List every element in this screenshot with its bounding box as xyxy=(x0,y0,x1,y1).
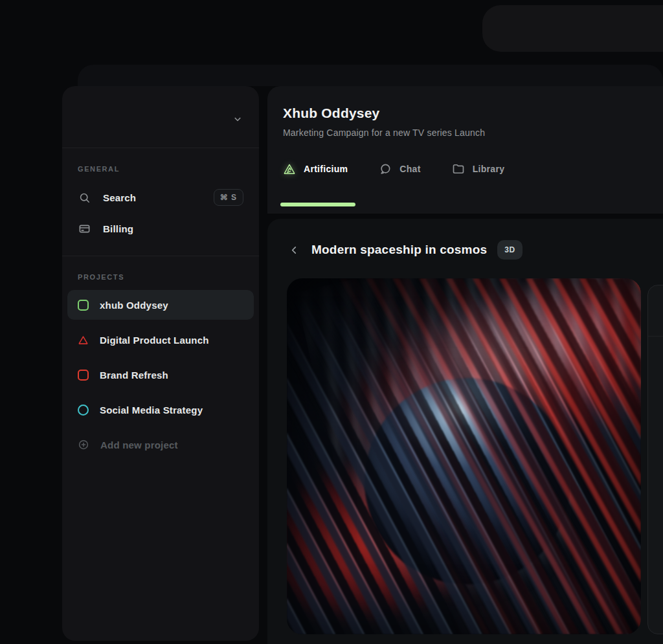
triangle-icon xyxy=(78,335,89,346)
sidebar-item-billing[interactable]: Billing xyxy=(62,213,259,244)
tab-library[interactable]: Library xyxy=(452,162,505,175)
tab-artificium[interactable]: Artificium xyxy=(283,162,348,175)
3d-badge: 3D xyxy=(497,240,522,260)
page-subtitle: Marketing Campaign for a new TV series L… xyxy=(283,128,663,138)
page-title: Xhub Oddysey xyxy=(283,105,663,121)
section-label-projects: PROJECTS xyxy=(62,273,259,281)
window-background-shape xyxy=(482,5,663,52)
circle-icon xyxy=(78,405,89,416)
back-button[interactable] xyxy=(287,243,301,257)
artificium-content: Modern spaceship in cosmos 3D xyxy=(267,219,663,644)
background-band xyxy=(78,65,663,86)
artificium-logo-icon xyxy=(283,162,296,175)
tab-chat[interactable]: Chat xyxy=(379,162,420,175)
project-item-social-media-strategy[interactable]: Social Media Strategy xyxy=(67,395,254,425)
generated-image[interactable] xyxy=(287,278,641,634)
plus-circle-icon xyxy=(78,439,89,450)
next-card-divider xyxy=(648,336,663,337)
add-project-label: Add new project xyxy=(100,439,178,450)
sidebar-divider xyxy=(62,256,259,256)
tab-bar: Artificium Chat Library xyxy=(283,162,663,175)
section-label-general: GENERAL xyxy=(62,165,259,173)
project-header: Xhub Oddysey Marketing Campaign for a ne… xyxy=(267,86,663,214)
project-label: Digital Product Launch xyxy=(100,335,209,346)
chat-icon xyxy=(379,162,392,175)
project-label: xhub Oddysey xyxy=(100,300,168,311)
active-tab-indicator xyxy=(280,203,355,206)
square-icon xyxy=(78,370,89,381)
tab-label: Chat xyxy=(399,164,420,174)
next-image-card[interactable] xyxy=(647,285,663,634)
search-shortcut-badge: ⌘ S xyxy=(214,189,243,206)
project-label: Brand Refresh xyxy=(100,370,168,381)
square-icon xyxy=(78,300,89,311)
project-item-digital-product-launch[interactable]: Digital Product Launch xyxy=(67,325,254,355)
image-vignette xyxy=(287,278,641,634)
generation-title: Modern spaceship in cosmos xyxy=(311,243,487,257)
workspace-switcher[interactable] xyxy=(62,86,259,148)
search-icon xyxy=(78,191,91,204)
generation-header: Modern spaceship in cosmos 3D xyxy=(267,219,663,281)
add-new-project-button[interactable]: Add new project xyxy=(67,430,254,460)
project-label: Social Media Strategy xyxy=(100,405,203,416)
sidebar-item-label: Search xyxy=(103,192,136,203)
folder-icon xyxy=(452,162,465,175)
sidebar-item-search[interactable]: Search ⌘ S xyxy=(62,182,259,213)
sidebar: GENERAL Search ⌘ S Billing PROJECTS xhub… xyxy=(62,86,259,641)
project-item-brand-refresh[interactable]: Brand Refresh xyxy=(67,360,254,390)
project-item-xhub-oddysey[interactable]: xhub Oddysey xyxy=(67,290,254,320)
project-list: xhub Oddysey Digital Product Launch Bran… xyxy=(62,290,259,465)
sidebar-item-label: Billing xyxy=(103,223,133,234)
tab-label: Library xyxy=(473,164,505,174)
chevron-down-icon[interactable] xyxy=(232,113,243,125)
tab-label: Artificium xyxy=(304,164,348,174)
billing-icon xyxy=(78,222,91,235)
